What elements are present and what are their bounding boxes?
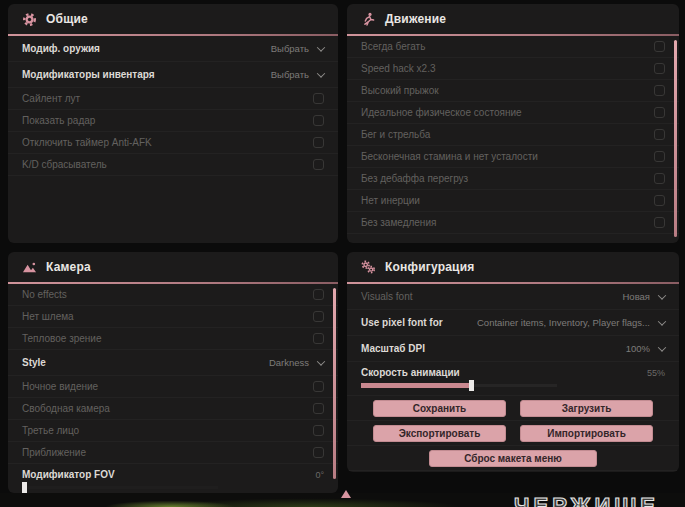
row-label: Приближение: [22, 447, 86, 458]
row-label: Style: [22, 357, 46, 368]
third-person-checkbox[interactable]: [313, 425, 324, 436]
chevron-down-icon: [658, 343, 666, 351]
chevron-down-icon: [317, 43, 325, 51]
inventory-mods-dropdown[interactable]: Выбрать: [271, 69, 324, 80]
slider-fill: [361, 383, 469, 388]
load-button[interactable]: Загрузить: [520, 400, 653, 417]
reset-menu-layout-button[interactable]: Сброс макета меню: [429, 450, 597, 467]
runner-icon: [361, 12, 376, 27]
pixel-font-dropdown[interactable]: Container items, Inventory, Player flags…: [477, 317, 665, 328]
button-row-3: Сброс макета меню: [347, 446, 679, 471]
no-helmet-checkbox[interactable]: [313, 311, 324, 322]
dropdown-value: Новая: [622, 291, 650, 302]
row-infinite-stamina[interactable]: Бесконечная стамина и нет усталости: [347, 146, 679, 168]
row-pixel-font[interactable]: Use pixel font for Container items, Inve…: [347, 310, 679, 336]
gear-icon: [22, 12, 37, 27]
free-camera-checkbox[interactable]: [313, 403, 324, 414]
row-label: Speed hack x2.3: [361, 63, 436, 74]
row-label: Масштаб DPI: [361, 343, 425, 354]
row-kd-reset[interactable]: K/D сбрасыватель: [8, 154, 338, 176]
thermal-vision-checkbox[interactable]: [313, 333, 324, 344]
row-fov-modifier: Модификатор FOV 0°: [8, 464, 338, 493]
scrollbar-thumb[interactable]: [674, 40, 677, 237]
fov-slider[interactable]: [22, 482, 218, 493]
anti-afk-checkbox[interactable]: [313, 137, 324, 148]
row-silent-loot[interactable]: Сайлент лут: [8, 88, 338, 110]
no-effects-checkbox[interactable]: [313, 289, 324, 300]
always-run-checkbox[interactable]: [654, 41, 665, 52]
row-label: Модиф. оружия: [22, 43, 100, 54]
row-label: Скорость анимации: [361, 367, 460, 378]
show-radar-checkbox[interactable]: [313, 115, 324, 126]
row-speed-hack[interactable]: Speed hack x2.3: [347, 58, 679, 80]
perfect-condition-checkbox[interactable]: [654, 107, 665, 118]
row-no-slowdown[interactable]: Без замедления: [347, 212, 679, 234]
row-weapon-mod[interactable]: Модиф. оружия Выбрать: [8, 36, 338, 62]
dropdown-value: Darkness: [269, 357, 309, 368]
infinite-stamina-checkbox[interactable]: [654, 151, 665, 162]
style-dropdown[interactable]: Darkness: [269, 357, 324, 368]
row-label: Всегда бегать: [361, 41, 425, 52]
row-always-run[interactable]: Всегда бегать: [347, 36, 679, 58]
speed-hack-checkbox[interactable]: [654, 63, 665, 74]
silent-loot-checkbox[interactable]: [313, 93, 324, 104]
gears-icon: [361, 260, 376, 275]
row-no-overload-debuff[interactable]: Без дебаффа перегруз: [347, 168, 679, 190]
row-label: Без дебаффа перегруз: [361, 173, 468, 184]
no-overload-debuff-checkbox[interactable]: [654, 173, 665, 184]
row-label: Без замедления: [361, 217, 436, 228]
panel-title: Движение: [385, 12, 446, 26]
row-label: Отключить таймер Anti-AFK: [22, 137, 152, 148]
panel-config-header: Конфигурация: [347, 252, 679, 282]
kd-reset-checkbox[interactable]: [313, 159, 324, 170]
row-anti-afk[interactable]: Отключить таймер Anti-AFK: [8, 132, 338, 154]
no-inertia-checkbox[interactable]: [654, 195, 665, 206]
row-free-camera[interactable]: Свободная камера: [8, 398, 338, 420]
row-third-person[interactable]: Третье лицо: [8, 420, 338, 442]
animation-speed-value: 55%: [647, 368, 665, 378]
row-thermal-vision[interactable]: Тепловое зрение: [8, 328, 338, 350]
row-label: Тепловое зрение: [22, 333, 102, 344]
row-no-inertia[interactable]: Нет инерции: [347, 190, 679, 212]
row-visuals-font[interactable]: Visuals font Новая: [347, 284, 679, 310]
panel-title: Общие: [46, 12, 88, 26]
cursor-icon: [341, 490, 351, 498]
row-no-helmet[interactable]: Нет шлема: [8, 306, 338, 328]
dropdown-value: Container items, Inventory, Player flags…: [477, 317, 650, 328]
row-zoom[interactable]: Приближение: [8, 442, 338, 464]
row-style[interactable]: Style Darkness: [8, 350, 338, 376]
row-show-radar[interactable]: Показать радар: [8, 110, 338, 132]
row-label: Модификатор FOV: [22, 469, 115, 480]
visuals-font-dropdown[interactable]: Новая: [622, 291, 665, 302]
scrollbar-thumb[interactable]: [333, 288, 336, 479]
row-high-jump[interactable]: Высокий прыжок: [347, 80, 679, 102]
chevron-down-icon: [317, 357, 325, 365]
row-inventory-mods[interactable]: Модификаторы инвентаря Выбрать: [8, 62, 338, 88]
night-vision-checkbox[interactable]: [313, 381, 324, 392]
animation-speed-slider[interactable]: [361, 380, 557, 391]
row-night-vision[interactable]: Ночное видение: [8, 376, 338, 398]
panel-movement-header: Движение: [347, 4, 679, 34]
slider-rest: [27, 486, 218, 489]
import-button[interactable]: Импортировать: [520, 425, 653, 442]
row-no-effects[interactable]: No effects: [8, 284, 338, 306]
row-label: Сайлент лут: [22, 93, 80, 104]
row-perfect-condition[interactable]: Идеальное физическое состояние: [347, 102, 679, 124]
no-slowdown-checkbox[interactable]: [654, 217, 665, 228]
zoom-checkbox[interactable]: [313, 447, 324, 458]
row-run-and-shoot[interactable]: Бег и стрельба: [347, 124, 679, 146]
run-and-shoot-checkbox[interactable]: [654, 129, 665, 140]
high-jump-checkbox[interactable]: [654, 85, 665, 96]
button-row-1: Сохранить Загрузить: [347, 396, 679, 421]
dpi-scale-dropdown[interactable]: 100%: [626, 343, 665, 354]
row-label: Модификаторы инвентаря: [22, 69, 155, 80]
row-label: Показать радар: [22, 115, 95, 126]
row-dpi-scale[interactable]: Масштаб DPI 100%: [347, 336, 679, 362]
image-icon: [22, 260, 37, 275]
chevron-down-icon: [658, 317, 666, 325]
weapon-mod-dropdown[interactable]: Выбрать: [271, 43, 324, 54]
export-button[interactable]: Экспортировать: [373, 425, 506, 442]
save-button[interactable]: Сохранить: [373, 400, 506, 417]
panel-general-header: Общие: [8, 4, 338, 34]
row-label: Visuals font: [361, 291, 413, 302]
